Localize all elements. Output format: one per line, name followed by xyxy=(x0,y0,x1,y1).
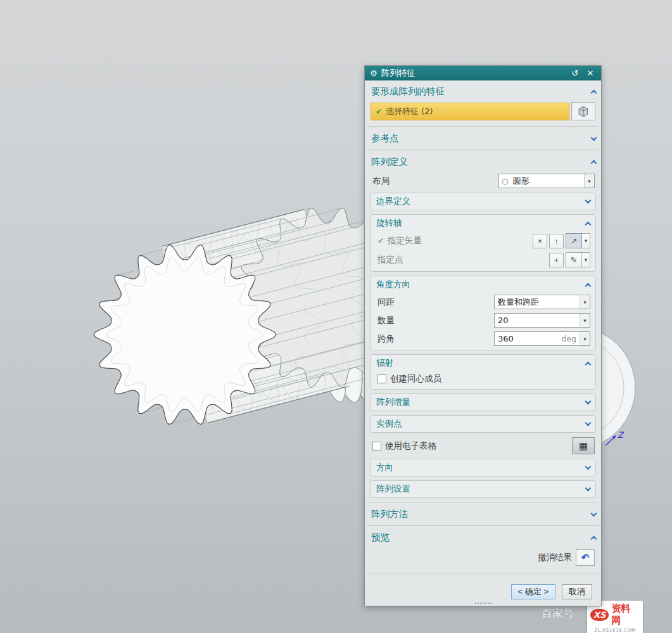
reset-button[interactable]: ↺ xyxy=(569,68,581,78)
chevron-down-icon xyxy=(585,399,592,405)
chevron-down-icon xyxy=(591,134,597,141)
section-pattern-method-title: 阵列方法 xyxy=(371,508,408,520)
logo-domain: ZL.XS1616.COM xyxy=(590,627,640,633)
undo-result-button[interactable]: ↶ xyxy=(576,549,595,566)
unit-dropdown[interactable]: deg xyxy=(558,334,580,343)
vector-axis-icon: ↗ xyxy=(571,236,578,246)
group-instance-points-header[interactable]: 实例点 xyxy=(371,416,595,432)
spreadsheet-row: 使用电子表格 ▦ xyxy=(365,435,601,457)
section-pattern-definition-header[interactable]: 阵列定义 xyxy=(365,152,601,171)
vector-type-split-button: ↗ ▾ xyxy=(566,233,590,248)
group-angular-direction-header[interactable]: 角度方向 xyxy=(371,276,595,293)
select-feature-field[interactable]: ✔ 选择特征 (2) xyxy=(371,103,569,120)
group-radiate-header[interactable]: 辐射 xyxy=(371,355,595,371)
close-button[interactable]: ✕ xyxy=(585,68,596,78)
vector-type-button[interactable]: ↗ xyxy=(566,233,582,248)
use-spreadsheet-checkbox[interactable] xyxy=(372,442,381,451)
group-pattern-increment-header[interactable]: 阵列增量 xyxy=(371,394,595,411)
point-type-split-button: ✎ ▾ xyxy=(566,252,590,267)
spreadsheet-icon: ▦ xyxy=(579,440,588,452)
point-type-arrow-button[interactable]: ▾ xyxy=(582,252,590,267)
group-orientation: 方向 xyxy=(370,459,596,476)
group-rotation-axis: 旋转轴 ✔ 指定矢量 × ↑ ↗ ▾ xyxy=(370,214,596,272)
span-options-arrow[interactable]: ▾ xyxy=(580,332,590,345)
group-orientation-header[interactable]: 方向 xyxy=(371,459,595,476)
layout-value: 圆形 xyxy=(509,176,584,187)
create-concentric-checkbox[interactable] xyxy=(377,374,386,383)
vector-buttons: × ↑ ↗ ▾ xyxy=(533,233,590,248)
dropdown-arrow-icon: ▾ xyxy=(580,295,590,309)
group-pattern-increment: 阵列增量 xyxy=(370,393,596,411)
vector-dialog-button[interactable]: × xyxy=(533,234,547,248)
count-field: ▾ xyxy=(494,313,590,328)
point-type-button[interactable]: ✎ xyxy=(566,252,582,267)
check-icon: ✔ xyxy=(376,107,382,116)
chevron-up-icon xyxy=(585,221,592,227)
spacing-label: 间距 xyxy=(377,297,395,308)
chevron-up-icon xyxy=(591,90,597,96)
logo-name: 资料网 xyxy=(611,603,640,627)
specify-vector-status: ✔ 指定矢量 xyxy=(377,235,422,246)
spreadsheet-label: 使用电子表格 xyxy=(385,440,436,452)
spreadsheet-checkbox-wrap: 使用电子表格 xyxy=(372,440,436,452)
section-preview-header[interactable]: 预览 xyxy=(365,528,601,547)
dropdown-arrow-icon: ▾ xyxy=(585,238,588,244)
check-icon: ✔ xyxy=(377,236,384,245)
baijiahao-watermark: 百家号 xyxy=(542,606,574,621)
layout-dropdown[interactable]: ○ 圆形 ▾ xyxy=(498,174,595,188)
section-features-header[interactable]: 要形成阵列的特征 xyxy=(365,82,601,101)
inferred-point-icon: ✎ xyxy=(571,255,578,265)
spreadsheet-button[interactable]: ▦ xyxy=(572,437,595,454)
group-instance-points-title: 实例点 xyxy=(376,418,402,430)
section-reference-point-title: 参考点 xyxy=(371,132,399,144)
group-rotation-axis-title: 旋转轴 xyxy=(376,217,402,229)
chevron-up-icon xyxy=(591,160,597,167)
group-instance-points: 实例点 xyxy=(370,415,596,433)
specify-vector-row: ✔ 指定矢量 × ↑ ↗ ▾ xyxy=(371,231,595,250)
count-input[interactable] xyxy=(495,316,580,325)
concentric-checkbox-wrap: 创建同心成员 xyxy=(377,373,441,385)
select-feature-label: 选择特征 (2) xyxy=(386,106,433,117)
section-reference-point-header[interactable]: 参考点 xyxy=(365,129,601,148)
group-radiate-title: 辐射 xyxy=(376,357,393,369)
chevron-down-icon xyxy=(585,198,592,204)
count-options-arrow[interactable]: ▾ xyxy=(580,314,590,327)
chevron-up-icon xyxy=(591,536,597,542)
pattern-feature-dialog: ⚙ 阵列特征 ↺ ✕ 要形成阵列的特征 ✔ 选择特征 (2) xyxy=(364,65,602,606)
point-buttons: + ✎ ▾ xyxy=(549,252,590,267)
cancel-button[interactable]: 取消 xyxy=(562,584,592,599)
dropdown-arrow-icon: ▾ xyxy=(584,174,594,188)
undo-result-label: 撤消结果 xyxy=(538,552,572,563)
ok-button[interactable]: < 确定 > xyxy=(511,584,555,599)
spacing-dropdown[interactable]: 数量和跨距 ▾ xyxy=(494,295,590,309)
group-radiate: 辐射 创建同心成员 xyxy=(370,354,596,390)
resize-grip[interactable] xyxy=(475,603,491,605)
group-pattern-settings-title: 阵列设置 xyxy=(376,483,410,495)
layout-row: 布局 ○ 圆形 ▾ xyxy=(365,171,601,191)
group-rotation-axis-header[interactable]: 旋转轴 xyxy=(371,215,595,231)
dialog-titlebar[interactable]: ⚙ 阵列特征 ↺ ✕ xyxy=(365,66,601,80)
gear-icon: ⚙ xyxy=(370,68,377,78)
section-preview-title: 预览 xyxy=(371,532,390,544)
span-angle-label: 跨角 xyxy=(377,333,395,345)
specify-point-label: 指定点 xyxy=(377,254,403,265)
separator xyxy=(367,126,599,127)
vector-type-arrow-button[interactable]: ▾ xyxy=(582,233,590,248)
group-boundary-title: 边界定义 xyxy=(376,196,410,207)
section-features-title: 要形成阵列的特征 xyxy=(371,86,445,98)
group-pattern-settings-header[interactable]: 阵列设置 xyxy=(371,481,595,497)
dialog-footer: < 确定 > 取消 xyxy=(365,579,601,606)
pattern-feature-icon-button[interactable] xyxy=(571,102,595,120)
section-pattern-definition-title: 阵列定义 xyxy=(371,156,408,168)
layout-label: 布局 xyxy=(372,176,390,187)
separator xyxy=(367,502,599,502)
point-dialog-button[interactable]: + xyxy=(549,253,564,267)
separator xyxy=(367,150,599,150)
section-pattern-method-header[interactable]: 阵列方法 xyxy=(365,504,601,523)
dialog-body: 要形成阵列的特征 ✔ 选择特征 (2) 参考点 xyxy=(365,80,601,606)
inferred-vector-button[interactable]: ↑ xyxy=(549,234,564,248)
concentric-row: 创建同心成员 xyxy=(371,371,595,389)
span-angle-input[interactable] xyxy=(495,334,558,343)
spacing-value: 数量和跨距 xyxy=(495,297,580,308)
group-boundary-header[interactable]: 边界定义 xyxy=(371,193,595,210)
